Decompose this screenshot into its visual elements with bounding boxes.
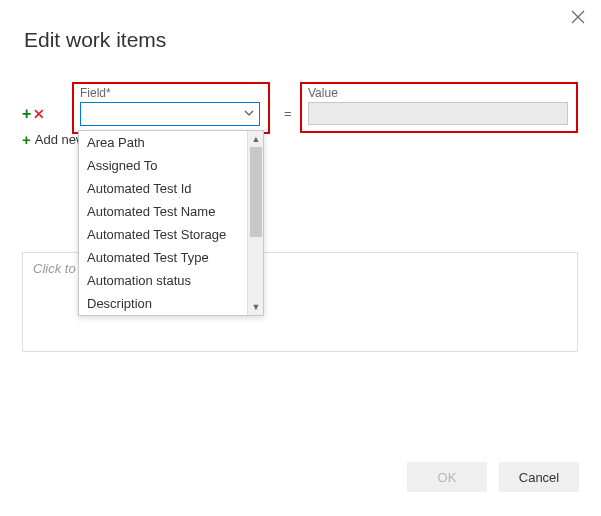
add-icon[interactable]: + [22, 106, 31, 122]
value-label: Value [308, 86, 570, 100]
field-combobox[interactable] [80, 102, 260, 126]
add-icon: + [22, 132, 31, 147]
value-input[interactable] [308, 102, 568, 125]
dropdown-item[interactable]: Area Path [79, 131, 263, 154]
field-group: Field* [72, 82, 270, 134]
field-input[interactable] [85, 106, 239, 123]
scroll-down-icon[interactable]: ▼ [248, 299, 263, 315]
equals-operator: = [284, 106, 292, 121]
chevron-down-icon [243, 107, 255, 122]
dropdown-item[interactable]: Description [79, 292, 263, 315]
field-label: Field* [80, 86, 262, 100]
row-controls: + ✕ [22, 106, 45, 122]
dialog-title: Edit work items [24, 28, 601, 52]
cancel-button[interactable]: Cancel [499, 462, 579, 492]
dialog-buttons: OK Cancel [407, 462, 579, 492]
scrollbar[interactable]: ▲ ▼ [247, 131, 263, 315]
notes-placeholder: Click to [33, 261, 76, 276]
dropdown-item[interactable]: Automated Test Id [79, 177, 263, 200]
close-icon [571, 10, 585, 24]
dropdown-item[interactable]: Automated Test Name [79, 200, 263, 223]
remove-icon[interactable]: ✕ [33, 107, 45, 121]
field-dropdown: Area Path Assigned To Automated Test Id … [78, 130, 264, 316]
dropdown-item[interactable]: Automation status [79, 269, 263, 292]
dropdown-item[interactable]: Automated Test Storage [79, 223, 263, 246]
scroll-up-icon[interactable]: ▲ [248, 131, 263, 147]
dropdown-item[interactable]: Automated Test Type [79, 246, 263, 269]
ok-button[interactable]: OK [407, 462, 487, 492]
close-button[interactable] [571, 10, 587, 26]
scroll-thumb[interactable] [250, 147, 262, 237]
value-group: Value [300, 82, 578, 133]
dropdown-item[interactable]: Assigned To [79, 154, 263, 177]
